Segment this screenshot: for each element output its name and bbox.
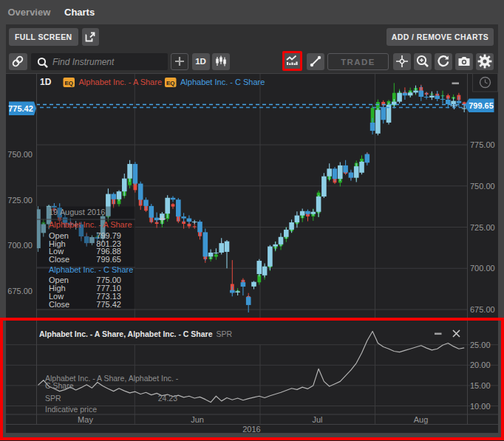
svg-text:675.00: 675.00 [7, 287, 33, 295]
svg-text:EQ: EQ [64, 80, 73, 86]
svg-text:Close: Close [49, 255, 69, 264]
svg-text:775.42: 775.42 [96, 300, 121, 309]
svg-text:1D: 1D [40, 77, 52, 87]
svg-text:Alphabet Inc. - C Share: Alphabet Inc. - C Share [49, 265, 133, 274]
svg-text:Alphabet Inc. - A Share: Alphabet Inc. - A Share [79, 78, 163, 86]
svg-text:19 August 2016: 19 August 2016 [49, 208, 105, 216]
svg-text:775.42: 775.42 [8, 104, 33, 113]
svg-text:725.00: 725.00 [470, 223, 495, 232]
svg-text:799.65: 799.65 [96, 255, 121, 264]
svg-text:EQ: EQ [166, 80, 175, 86]
svg-text:775.00: 775.00 [470, 140, 495, 149]
svg-text:Alphabet Inc. - A Share: Alphabet Inc. - A Share [49, 220, 132, 229]
svg-text:675.00: 675.00 [470, 305, 495, 314]
svg-text:Close: Close [49, 300, 69, 309]
svg-text:750.00: 750.00 [7, 150, 33, 159]
svg-text:725.00: 725.00 [7, 196, 33, 205]
svg-text:700.00: 700.00 [470, 264, 495, 273]
svg-text:700.00: 700.00 [7, 241, 33, 250]
svg-text:Alphabet Inc. - C Share: Alphabet Inc. - C Share [180, 78, 265, 86]
svg-text:799.65: 799.65 [469, 101, 494, 110]
svg-text:750.00: 750.00 [470, 182, 495, 191]
